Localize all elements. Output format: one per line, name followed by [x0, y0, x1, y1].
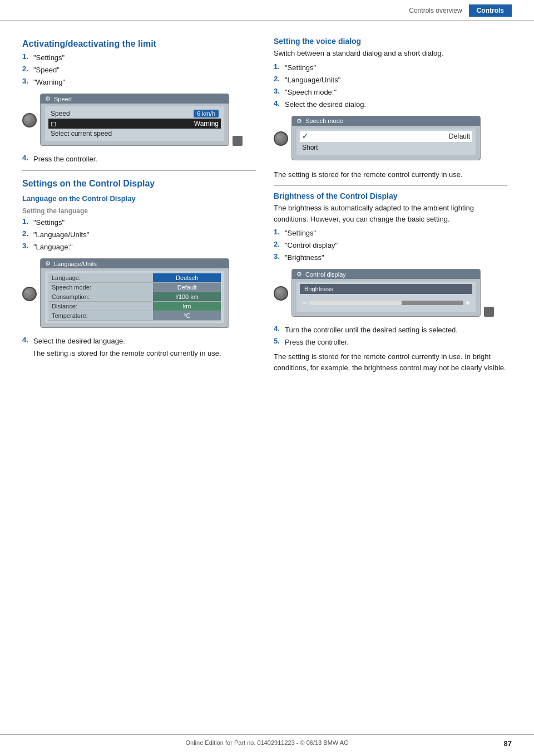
- brightness-title: Brightness of the Control Display: [274, 192, 507, 200]
- screen-side-button: [233, 136, 243, 146]
- controller-knob-speech: [274, 131, 288, 146]
- controller-knob-speed: [22, 113, 37, 127]
- page-footer: Online Edition for Part no. 01402911223 …: [0, 734, 534, 746]
- lang-screen: ⚙ Language/Units Language: Deutsch Speec…: [40, 258, 229, 328]
- warning-label: Warning: [194, 120, 219, 127]
- speed-row-select: Select current speed: [48, 129, 221, 139]
- lang-screen-title-bar: ⚙ Language/Units: [41, 259, 229, 268]
- lang-value-0: Deutsch: [153, 273, 221, 283]
- speed-screen-inner: Speed 6 km/h ◻ Warning Select current sp…: [45, 106, 224, 141]
- voice-note: The setting is stored for the remote con…: [274, 169, 507, 180]
- speech-row-short: Short: [300, 142, 472, 153]
- lang-value-3: km: [153, 302, 221, 311]
- setting-language-label: Setting the language: [22, 207, 256, 215]
- speech-short: Short: [302, 144, 318, 151]
- breadcrumb: Controls overview Controls: [402, 4, 512, 17]
- speed-screen-title: Speed: [54, 96, 72, 102]
- speech-screen-title: Speech mode: [305, 117, 343, 124]
- step-4-row: 4. Press the controller.: [22, 154, 256, 165]
- speed-screen-wrapper: ⚙ Speed Speed 6 km/h ◻ Warning: [22, 89, 256, 151]
- lang-row-3: Distance: km: [48, 302, 221, 311]
- lang-step-3: 3. "Language:": [22, 242, 256, 253]
- right-column: Setting the voice dialog Switch between …: [274, 31, 507, 376]
- voice-dialog-title: Setting the voice dialog: [274, 37, 507, 46]
- settings-title: Settings on the Control Display: [22, 179, 256, 189]
- speech-row-default: ✓ Default: [300, 131, 472, 142]
- lang-label-0: Language:: [48, 273, 153, 283]
- brightness-step5-text: Press the controller.: [285, 338, 349, 346]
- select-speed-label: Select current speed: [51, 130, 112, 138]
- gear-icon-lang: ⚙: [45, 260, 51, 267]
- brightness-step4-text: Turn the controller until the desired se…: [285, 326, 458, 334]
- lang-step-2: 2. "Language/Units": [22, 229, 256, 240]
- brightness-side-button: [484, 307, 494, 317]
- lang-step-1: 1. "Settings": [22, 217, 256, 228]
- header-bar: Controls overview Controls: [0, 0, 534, 21]
- brightness-bar-area: − +: [300, 296, 472, 310]
- voice-step-3: 3. "Speech mode:": [274, 87, 507, 98]
- voice-step-2: 2. "Language/Units": [274, 75, 507, 86]
- gear-icon-brightness: ⚙: [296, 271, 302, 278]
- language-subtitle: Language on the Control Display: [22, 194, 256, 203]
- page-number: 87: [504, 739, 512, 748]
- lang-screen-wrapper: ⚙ Language/Units Language: Deutsch Speec…: [22, 254, 256, 333]
- section-brightness: Brightness of the Control Display The br…: [274, 192, 507, 373]
- step-1-num: 1.: [22, 52, 31, 63]
- speech-screen: ⚙ Speech mode ✓ Default Short: [291, 116, 481, 160]
- step-3-text: "Warning": [33, 78, 65, 86]
- speech-default: Default: [449, 132, 470, 140]
- brightness-screen: ⚙ Control display Brightness − +: [291, 269, 481, 317]
- speech-screen-inner: ✓ Default Short: [296, 129, 476, 155]
- speed-screen-title-bar: ⚙ Speed: [41, 94, 229, 104]
- section-voice: Setting the voice dialog Switch between …: [274, 37, 507, 180]
- brightness-row-label: Brightness: [300, 284, 472, 294]
- brightness-bar-bg: [309, 301, 463, 305]
- brightness-note: The setting is stored for the remote con…: [274, 351, 507, 373]
- voice-step-4: 4. Select the desired dialog.: [274, 99, 507, 110]
- step-3: 3. "Warning": [22, 77, 256, 88]
- brightness-intro: The brightness is automatically adapted …: [274, 203, 507, 224]
- page-content: Activating/deactivating the limit 1. "Se…: [0, 21, 534, 393]
- step-4-text: Press the controller.: [33, 155, 97, 163]
- brightness-screen-wrapper: ⚙ Control display Brightness − +: [274, 264, 507, 322]
- section-divider: [22, 170, 256, 171]
- lang-row-0: Language: Deutsch: [48, 273, 221, 283]
- lang-label-4: Temperature:: [48, 311, 153, 321]
- step-1-text: "Settings": [33, 53, 65, 62]
- lang-screen-title: Language/Units: [54, 261, 97, 267]
- speed-screen: ⚙ Speed Speed 6 km/h ◻ Warning: [40, 94, 229, 146]
- lang-label-2: Consumption:: [48, 292, 153, 302]
- section-activating: Activating/deactivating the limit 1. "Se…: [22, 39, 256, 165]
- speed-value: 6 km/h: [194, 110, 219, 117]
- lang-value-1: Default: [153, 283, 221, 292]
- lang-label-1: Speech mode:: [48, 283, 153, 292]
- speed-label: Speed: [51, 110, 70, 117]
- lang-row-1: Speech mode: Default: [48, 283, 221, 292]
- lang-step4-note: The setting is stored for the remote con…: [32, 348, 256, 359]
- voice-step-1: 1. "Settings": [274, 62, 507, 73]
- step-1: 1. "Settings": [22, 52, 256, 63]
- right-section-divider: [274, 185, 507, 186]
- brightness-step-3: 3. "Brightness": [274, 252, 507, 263]
- step-4-num: 4.: [22, 154, 31, 165]
- breadcrumb-controls-overview: Controls overview: [402, 4, 468, 17]
- brightness-step-1: 1. "Settings": [274, 228, 507, 239]
- brightness-screen-title: Control display: [305, 271, 346, 278]
- speed-row-warning: ◻ Warning: [48, 119, 221, 129]
- gear-icon-speech: ⚙: [296, 117, 302, 125]
- gear-icon: ⚙: [45, 95, 51, 102]
- brightness-screen-inner: Brightness − +: [296, 282, 476, 312]
- lang-step-4: 4. Select the desired language.: [22, 336, 256, 347]
- step-2-text: "Speed": [33, 66, 60, 74]
- section-settings: Settings on the Control Display Language…: [22, 179, 256, 359]
- step-2: 2. "Speed": [22, 65, 256, 76]
- lang-row-4: Temperature: °C: [48, 311, 221, 321]
- brightness-step-5: 5. Press the controller.: [274, 337, 507, 348]
- controller-knob-lang: [22, 287, 37, 301]
- brightness-screen-title-bar: ⚙ Control display: [292, 269, 480, 279]
- lang-label-3: Distance:: [48, 302, 153, 311]
- step-2-num: 2.: [22, 65, 31, 76]
- brightness-bar-fill: [309, 301, 402, 305]
- speed-row-speed: Speed 6 km/h: [48, 109, 221, 119]
- brightness-step-2: 2. "Control display": [274, 240, 507, 251]
